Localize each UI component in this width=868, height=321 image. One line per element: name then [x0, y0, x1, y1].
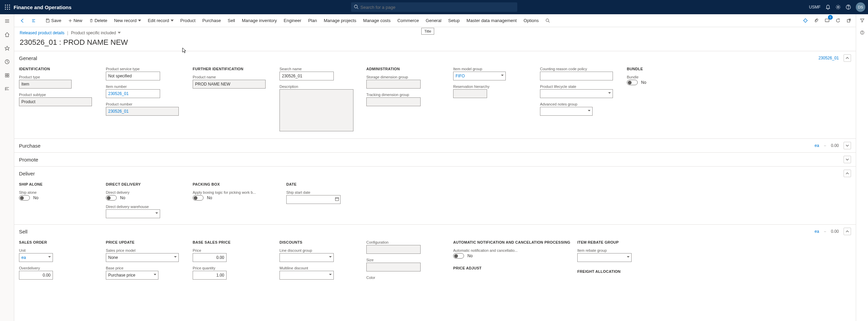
- topbar-right: USMF DS: [809, 2, 865, 12]
- svg-point-9: [354, 5, 357, 8]
- app-launcher-icon[interactable]: [3, 2, 12, 12]
- svg-point-3: [5, 7, 6, 8]
- svg-point-0: [5, 5, 6, 6]
- user-avatar[interactable]: DS: [856, 2, 865, 12]
- search-wrap: [351, 2, 517, 12]
- bell-icon[interactable]: [825, 4, 831, 10]
- svg-point-4: [7, 7, 8, 8]
- help-icon[interactable]: [846, 4, 851, 10]
- search-box[interactable]: [351, 2, 517, 12]
- gear-icon[interactable]: [835, 4, 841, 10]
- svg-point-2: [9, 5, 10, 6]
- svg-point-11: [837, 6, 839, 8]
- top-bar: Finance and Operations USMF DS: [0, 0, 868, 14]
- svg-point-8: [9, 9, 10, 10]
- svg-point-7: [7, 9, 8, 10]
- app-title: Finance and Operations: [14, 4, 72, 10]
- svg-point-13: [848, 8, 848, 8]
- svg-point-5: [9, 7, 10, 8]
- svg-point-6: [5, 9, 6, 10]
- legal-entity[interactable]: USMF: [809, 5, 821, 10]
- search-icon: [354, 4, 359, 10]
- search-input[interactable]: [361, 5, 515, 10]
- svg-point-1: [7, 5, 8, 6]
- svg-line-10: [357, 7, 358, 9]
